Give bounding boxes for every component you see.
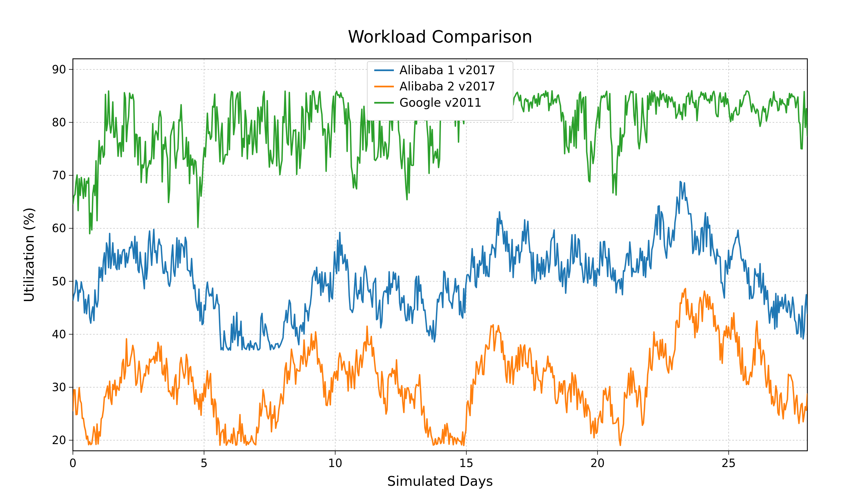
y-tick-label: 80 [52,116,66,129]
legend-item-label: Alibaba 2 v2017 [399,79,495,93]
chart-title: Workload Comparison [348,27,532,47]
legend-item-label: Alibaba 1 v2017 [399,63,495,77]
y-tick-label: 90 [52,63,66,76]
x-axis-label: Simulated Days [387,473,493,489]
legend: Alibaba 1 v2017Alibaba 2 v2017Google v20… [367,61,513,121]
legend-item-label: Google v2011 [399,96,482,109]
y-tick-label: 20 [52,434,66,447]
y-tick-label: 30 [52,381,66,394]
x-tick-label: 20 [590,457,605,470]
chart-container: 05101520252030405060708090Workload Compa… [0,0,841,504]
x-tick-label: 25 [722,457,736,470]
y-tick-label: 50 [52,275,66,288]
y-tick-label: 60 [52,222,66,235]
x-tick-label: 10 [328,457,342,470]
y-tick-label: 70 [52,169,66,182]
x-tick-label: 5 [201,457,207,470]
x-tick-label: 0 [69,457,76,470]
y-tick-label: 40 [52,328,66,341]
x-tick-label: 15 [459,457,474,470]
y-axis-label: Utilization (%) [21,208,37,302]
chart-svg: 05101520252030405060708090Workload Compa… [0,0,841,504]
